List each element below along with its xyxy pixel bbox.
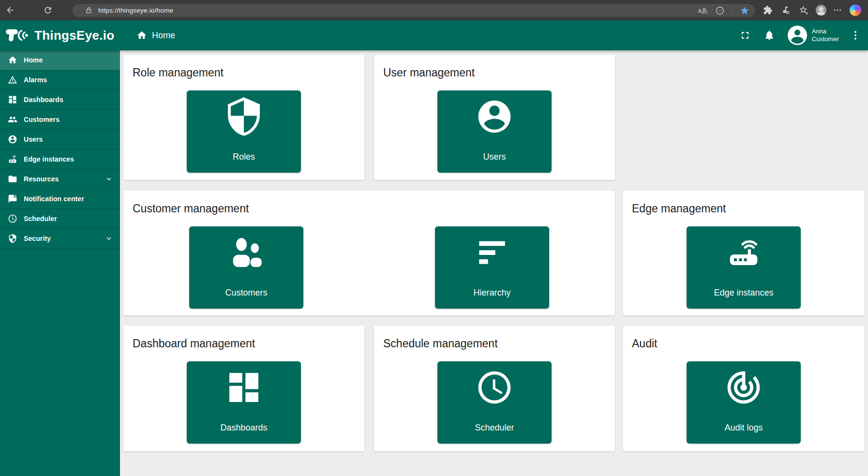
browser-window: https://thingseye.io/home aあ xyxy=(0,0,868,476)
shield-quartered-icon xyxy=(224,97,263,136)
warning-icon xyxy=(8,75,17,85)
sidebar-nav: Home Alarms Dashboards Customers Users E… xyxy=(0,50,120,476)
logo-text: ThingsEye.io xyxy=(34,28,114,43)
home-icon xyxy=(8,55,17,65)
browser-toolbar: https://thingseye.io/home aあ xyxy=(0,0,868,20)
track-changes-icon xyxy=(724,368,763,407)
fullscreen-icon[interactable] xyxy=(739,30,751,41)
clock-icon xyxy=(475,368,514,407)
hierarchy-half: Hierarchy xyxy=(369,191,615,315)
card-edge-management: Edge management Edge instances xyxy=(623,191,865,315)
tile-label: Hierarchy xyxy=(435,288,549,298)
card-title: Role management xyxy=(133,66,224,79)
card-user-management: User management Users xyxy=(374,55,615,180)
audit-logs-tile[interactable]: Audit logs xyxy=(687,361,801,444)
card-title: Dashboard management xyxy=(133,337,255,350)
card-audit: Audit Audit logs xyxy=(623,326,865,451)
header-menu-icon[interactable] xyxy=(850,30,861,41)
card-role-management: Role management Roles xyxy=(123,55,364,180)
customer-half: Customers xyxy=(123,191,369,315)
translate-icon[interactable]: aあ xyxy=(698,6,708,15)
browser-profile-avatar[interactable] xyxy=(816,5,826,15)
people-icon xyxy=(227,233,266,272)
users-tile[interactable]: Users xyxy=(437,90,552,173)
home-dashboard-content: Role management Roles User management Us… xyxy=(120,50,868,476)
favorites-icon[interactable] xyxy=(798,5,809,15)
app-header: ThingsEye.io Home Anna Customer xyxy=(0,20,868,50)
customers-tile[interactable]: Customers xyxy=(189,226,303,309)
hierarchy-tile[interactable]: Hierarchy xyxy=(435,226,549,309)
card-title: Edge management xyxy=(632,202,726,215)
notifications-bell-icon[interactable] xyxy=(763,30,775,41)
tile-label: Customers xyxy=(189,288,303,298)
breadcrumb[interactable]: Home xyxy=(136,20,175,50)
edge-instances-tile[interactable]: Edge instances xyxy=(687,226,801,309)
sidebar-item-home[interactable]: Home xyxy=(0,50,120,70)
router-icon xyxy=(724,233,763,272)
sidebar-item-customers[interactable]: Customers xyxy=(0,110,120,130)
sidebar-item-dashboards[interactable]: Dashboards xyxy=(0,90,120,110)
account-circle-icon xyxy=(475,97,514,136)
sidebar-item-notification-center[interactable]: Notification center xyxy=(0,189,120,209)
sidebar-item-users[interactable]: Users xyxy=(0,130,120,149)
browser-menu-icon[interactable] xyxy=(832,5,843,15)
user-first-name: Anna xyxy=(812,28,839,35)
shield-icon xyxy=(8,234,17,243)
back-icon[interactable] xyxy=(5,5,15,15)
dashboard-icon xyxy=(8,95,17,104)
chevron-down-icon[interactable] xyxy=(105,234,113,243)
tile-label: Edge instances xyxy=(687,288,801,298)
tile-label: Audit logs xyxy=(687,423,801,433)
chevron-down-icon[interactable] xyxy=(105,175,113,183)
card-title: User management xyxy=(383,66,475,79)
chat-unread-icon xyxy=(8,194,17,204)
breadcrumb-label: Home xyxy=(152,30,175,41)
reload-icon[interactable] xyxy=(43,5,53,15)
copilot-icon[interactable] xyxy=(850,4,861,16)
extensions-icon[interactable] xyxy=(763,5,773,15)
card-schedule-management: Schedule management Scheduler xyxy=(374,326,615,451)
card-title: Schedule management xyxy=(383,337,498,350)
sidebar-item-edge-instances[interactable]: Edge instances xyxy=(0,149,120,169)
media-controls-icon[interactable] xyxy=(780,5,791,15)
tile-label: Roles xyxy=(187,152,301,162)
sidebar-item-security[interactable]: Security xyxy=(0,229,120,249)
tile-label: Dashboards xyxy=(187,423,301,433)
dashboards-tile[interactable]: Dashboards xyxy=(187,361,301,444)
dashboard-icon xyxy=(224,368,263,407)
user-avatar[interactable] xyxy=(788,26,807,45)
user-role: Customer xyxy=(812,35,839,43)
router-icon xyxy=(8,154,17,164)
page-actions-icon[interactable] xyxy=(715,5,725,16)
card-customer-management: Customer management Customers xyxy=(123,191,615,315)
sidebar-item-scheduler[interactable]: Scheduler xyxy=(0,209,120,229)
app-logo[interactable]: ThingsEye.io xyxy=(6,20,114,50)
folder-icon xyxy=(8,174,17,184)
sort-bars-icon xyxy=(473,233,511,272)
bookmark-star-icon[interactable] xyxy=(739,5,750,16)
account-circle-icon xyxy=(8,134,17,144)
divider xyxy=(732,7,733,14)
clock-icon xyxy=(8,214,17,223)
card-dashboard-management: Dashboard management Dashboards xyxy=(123,326,364,451)
url-text: https://thingseye.io/home xyxy=(98,7,173,14)
thingseye-logo-icon xyxy=(6,27,30,44)
tile-label: Users xyxy=(437,152,552,162)
lock-icon xyxy=(85,7,92,14)
roles-tile[interactable]: Roles xyxy=(187,90,301,173)
sidebar-item-alarms[interactable]: Alarms xyxy=(0,70,120,90)
people-icon xyxy=(8,115,17,124)
address-bar[interactable]: https://thingseye.io/home aあ xyxy=(73,4,755,17)
home-icon xyxy=(136,30,147,41)
scheduler-tile[interactable]: Scheduler xyxy=(437,361,552,444)
card-title: Audit xyxy=(632,337,657,350)
sidebar-item-resources[interactable]: Resources xyxy=(0,169,120,189)
tile-label: Scheduler xyxy=(437,423,552,433)
user-name[interactable]: Anna Customer xyxy=(812,28,839,43)
